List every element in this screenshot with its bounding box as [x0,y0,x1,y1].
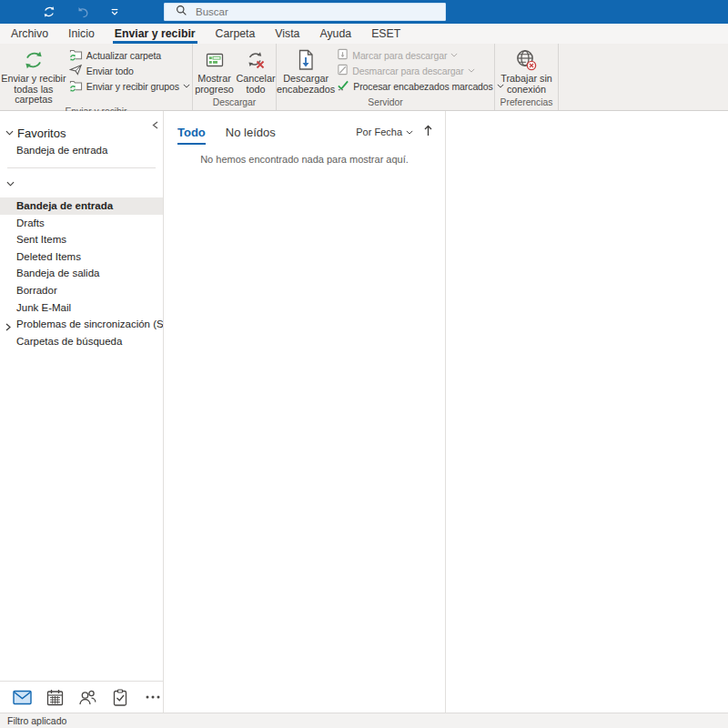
favorites-header[interactable]: Favoritos [0,124,163,142]
folder-outbox[interactable]: Bandeja de salida [0,265,163,282]
cancel-sync-icon [245,46,267,74]
button-label: todas las carpetas [0,85,67,106]
folder-pane: Favoritos Bandeja de entrada Bandeja de … [0,111,164,713]
filter-tab-todo[interactable]: Todo [177,126,206,139]
calendar-icon[interactable] [45,687,65,707]
unmark-to-download-button: Desmarcar para descargar [335,63,506,78]
tab-inicio[interactable]: Inicio [58,24,105,44]
folder-junk-email[interactable]: Junk E-Mail [0,299,163,317]
button-label: Trabajar sin [500,74,552,85]
progress-window-icon [204,46,226,74]
send-icon [69,64,83,77]
title-bar [0,0,728,24]
tab-eset[interactable]: ESET [361,24,410,44]
page-down-icon [337,48,349,62]
button-label: Procesar encabezados marcados [353,81,493,92]
send-receive-groups-button[interactable]: Enviar y recibir grupos [67,78,192,94]
button-label: todo [246,85,265,96]
button-label: Descargar [283,74,329,85]
chevron-down-icon [183,84,190,88]
search-input[interactable] [196,6,414,17]
tab-vista[interactable]: Vista [265,24,309,44]
button-label: Enviar y recibir [1,74,66,85]
show-progress-button[interactable]: Mostrar progreso [193,44,236,95]
button-label: Enviar todo [86,66,134,76]
account-expander[interactable] [0,176,163,192]
button-label: conexión [507,85,546,96]
sort-direction-button[interactable] [424,124,432,140]
ribbon-group-servidor: Descargar encabezados Marcar para descar… [277,44,495,110]
more-icon[interactable] [143,687,163,707]
sort-by-dropdown[interactable]: Por Fecha [356,126,413,137]
search-box[interactable] [164,3,446,21]
filter-tab-no-leidos[interactable]: No leídos [226,126,276,139]
folder-deleted-items[interactable]: Deleted Items [0,248,163,266]
favorite-item-inbox[interactable]: Bandeja de entrada [0,142,163,159]
folder-search-folders[interactable]: Carpetas de búsqueda [0,333,163,350]
tab-enviar-y-recibir[interactable]: Enviar y recibir [105,24,206,44]
sync-icon [22,46,46,74]
quick-access-toolbar [0,5,119,19]
folder-sync-icon [69,48,83,63]
chevron-down-icon [450,53,458,57]
folder-sync-icon [69,79,83,94]
folder-drafts[interactable]: Drafts [0,215,163,232]
mail-icon[interactable] [12,687,32,707]
button-label: Desmarcar para descargar [352,66,463,76]
ribbon-group-enviar-y-recibir: Enviar y recibir todas las carpetas [0,44,193,110]
group-label: Descargar [193,96,276,110]
message-list-pane: Todo No leídos Por Fecha No hemos encont… [164,111,446,713]
ribbon-empty-area [559,44,728,110]
chevron-down-icon [468,68,475,73]
folder-sent-items[interactable]: Sent Items [0,231,163,248]
folder-borrador[interactable]: Borrador [0,282,163,299]
folder-inbox[interactable]: Bandeja de entrada [0,197,163,215]
send-all-button[interactable]: Enviar todo [67,63,192,78]
empty-list-message: No hemos encontrado nada para mostrar aq… [164,154,445,165]
folder-sync-issues[interactable]: Problemas de sincronización (Sol... [0,316,163,333]
update-folder-button[interactable]: Actualizar carpeta [67,47,192,63]
send-receive-icon[interactable] [42,5,56,19]
page-slash-icon [337,64,349,77]
button-label: encabezados [277,85,335,96]
button-label: Mostrar [197,74,231,85]
status-text: Filtro aplicado [7,715,66,726]
reading-pane [446,111,728,713]
process-marked-headers-button[interactable]: Procesar encabezados marcados [335,78,506,94]
chevron-down-icon [6,181,15,187]
group-label: Preferencias [495,96,558,110]
collapse-folder-pane-icon[interactable] [152,116,158,133]
tab-archivo[interactable]: Archivo [1,24,58,44]
status-bar: Filtro aplicado [0,713,728,728]
ribbon-group-descargar: Mostrar progreso Cancelar t [193,44,277,110]
button-label: Marcar para descargar [352,50,447,61]
folder-label: Problemas de sincronización (Sol... [16,318,163,329]
tab-carpeta[interactable]: Carpeta [206,24,266,44]
globe-offline-icon [514,46,539,74]
check-marked-icon [337,79,349,93]
button-label: Actualizar carpeta [86,50,161,61]
button-label: Cancelar [236,74,275,85]
work-offline-button[interactable]: Trabajar sin conexión [497,44,557,95]
tasks-icon[interactable] [110,687,130,707]
chevron-down-icon [5,130,14,136]
favorites-label: Favoritos [17,126,66,140]
send-receive-all-button[interactable]: Enviar y recibir todas las carpetas [0,44,67,106]
sidebar-divider [7,167,156,168]
page-download-icon [295,46,317,74]
people-icon[interactable] [77,687,97,707]
search-icon [176,4,187,20]
tab-ayuda[interactable]: Ayuda [309,24,361,44]
download-headers-button[interactable]: Descargar encabezados [277,44,335,95]
sort-label: Por Fecha [356,126,402,137]
button-label: progreso [195,85,234,96]
ribbon-tab-strip: Archivo Inicio Enviar y recibir Carpeta … [0,24,728,44]
customize-toolbar-icon[interactable] [110,7,119,16]
undo-icon[interactable] [76,5,90,19]
mark-to-download-button: Marcar para descargar [335,47,506,63]
chevron-down-icon [406,130,413,135]
cancel-all-button[interactable]: Cancelar todo [236,44,276,95]
ribbon: Enviar y recibir todas las carpetas [0,44,728,111]
group-label: Servidor [277,96,494,110]
button-label: Enviar y recibir grupos [86,81,179,92]
